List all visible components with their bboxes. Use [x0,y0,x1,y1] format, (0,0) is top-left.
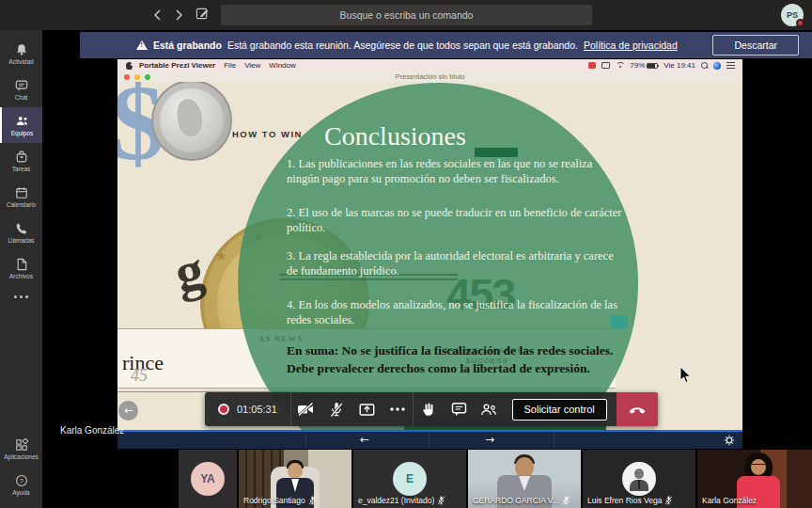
slide-point-4: 4. En los dos modelos analizados, no se … [287,297,627,327]
teams-people-icon [15,115,29,128]
call-timer: 01:05:31 [237,404,277,415]
wifi-icon[interactable] [616,62,624,69]
mic-muted-icon [562,496,570,505]
mic-muted-icon [437,496,445,505]
forward-icon[interactable] [175,9,183,21]
mouse-cursor [679,367,692,385]
search-input[interactable] [221,5,592,25]
mic-muted-icon [308,496,317,505]
recording-indicator-icon [218,404,229,415]
more-apps-icon[interactable] [0,286,42,298]
mac-app-name[interactable]: Portable Prezi Viewer [139,61,215,70]
chat-button[interactable] [444,392,474,426]
spotlight-icon[interactable] [701,62,708,69]
svg-text:?: ? [20,477,23,484]
mic-muted-icon [664,496,673,505]
banner-message: Está grabando esta reunión. Asegúrese de… [227,40,578,51]
slide-point-2: 2. El uso de las marcas no se puede trad… [287,205,627,235]
sidebar-item-ayuda[interactable]: ? Ayuda [0,467,42,502]
participant-tile[interactable]: Rodrigo Santiago [239,450,351,508]
collapse-controls-button[interactable]: ← [118,401,138,421]
mic-off-button[interactable] [321,392,351,426]
slide-summary: En suma: No se justifica la fiscalizació… [287,341,644,377]
share-screen-button[interactable] [351,392,382,426]
display-icon[interactable] [601,62,610,69]
compose-icon[interactable] [195,7,210,21]
menu-window[interactable]: Window [269,61,295,70]
blackletter-glyph: g [169,238,209,306]
window-title: Presentación sin título [117,72,742,81]
app-top-bar: PS [0,0,812,30]
sidebar-item-chat[interactable]: Chat [0,71,42,107]
page-number-decoration: 45 [131,366,148,386]
slide-title: Conclusiones [324,121,466,151]
more-options-button[interactable] [383,392,413,426]
sidebar-item-tareas[interactable]: Tareas [0,143,42,179]
participant-name: Luis Efren Rios Vega [587,496,662,505]
presentation-slide: $ HOW TO WIN ★ ★ ★ g AS NEWS rince 45 45… [117,82,742,435]
gear-icon[interactable] [724,435,735,446]
dismiss-button[interactable]: Descartar [712,35,799,56]
participant-tile[interactable]: Karla González [697,450,812,508]
slide-kicker: HOW TO WIN [232,129,303,139]
prezi-nav-bar: ← → [117,430,742,449]
warning-icon [136,40,148,50]
silver-coin-image [151,82,232,161]
request-control-button[interactable]: Solicitar control [512,399,607,421]
prev-slide-arrow-icon[interactable]: ← [360,433,369,446]
banner-title: Está grabando [153,40,222,51]
participant-tile[interactable]: GERARDO GARCIA V... [468,450,581,508]
participant-tile[interactable]: YA [179,450,237,508]
presenter-label: Karla González [60,425,124,436]
avatar-photo [622,462,656,496]
call-control-bar: 01:05:31 Solicitar control [205,392,658,426]
back-icon[interactable] [153,9,162,21]
recording-banner: Está grabando Está grabando esta reunión… [80,32,812,58]
participant-name: e_valdez21 (Invitado) [358,496,434,505]
help-icon: ? [15,474,28,487]
menu-file[interactable]: File [224,61,236,70]
slide-point-3: 3. La regla establecida por la autoridad… [287,248,627,278]
calendar-icon [15,186,28,199]
participant-name: Karla González [702,496,757,505]
app-sidebar: Actividad Chat Equipos Tareas Calendario… [0,30,42,508]
participant-video [288,463,303,479]
sidebar-item-calendario[interactable]: Calendario [0,179,42,214]
window-title-bar: Presentación sin título [117,71,742,82]
hang-up-button[interactable] [617,392,658,426]
privacy-policy-link[interactable]: Política de privacidad [584,40,678,51]
sidebar-item-actividad[interactable]: Actividad [0,36,42,71]
sidebar-item-llamadas[interactable]: Llamadas [0,214,42,250]
battery-indicator[interactable]: 79% [630,61,658,70]
file-icon [16,258,27,271]
avatar: E [393,462,427,496]
teams-meeting-window: PS Está grabando Está grabando esta reun… [0,0,812,508]
bell-icon [15,43,28,56]
notification-center-icon[interactable] [726,62,735,69]
siri-icon[interactable] [713,62,721,70]
chat-icon [15,79,28,92]
sidebar-item-equipos[interactable]: Equipos [0,107,42,143]
menu-view[interactable]: View [244,61,260,70]
apps-grid-icon [15,438,28,452]
macos-menu-bar: Portable Prezi Viewer File View Window 7… [117,59,742,71]
avatar: YA [191,462,225,496]
participant-filmstrip: YA Rodrigo Santiago E e_valdez21 (Invita… [179,450,812,508]
shared-screen: Portable Prezi Viewer File View Window 7… [117,59,742,449]
participants-button[interactable] [474,392,504,426]
status-dot-busy [796,19,804,27]
sidebar-item-archivos[interactable]: Archivos [0,250,42,286]
apple-logo-icon[interactable] [126,62,133,70]
participant-name: Rodrigo Santiago [243,496,305,505]
sidebar-item-aplicaciones[interactable]: Aplicaciones [0,431,42,467]
briefcase-icon [15,151,28,164]
menubar-clock[interactable]: Vie 19:41 [664,61,695,70]
next-slide-arrow-icon[interactable]: → [485,433,494,446]
raise-hand-button[interactable] [414,392,444,426]
slide-point-1: 1. Las publicaciones en las redes social… [287,156,627,186]
menubar-app-icon[interactable] [588,62,596,69]
participant-tile[interactable]: Luis Efren Rios Vega [583,450,695,508]
participant-tile[interactable]: E e_valdez21 (Invitado) [353,450,466,508]
camera-off-button[interactable] [291,392,321,426]
participant-name: GERARDO GARCIA V... [473,496,559,505]
